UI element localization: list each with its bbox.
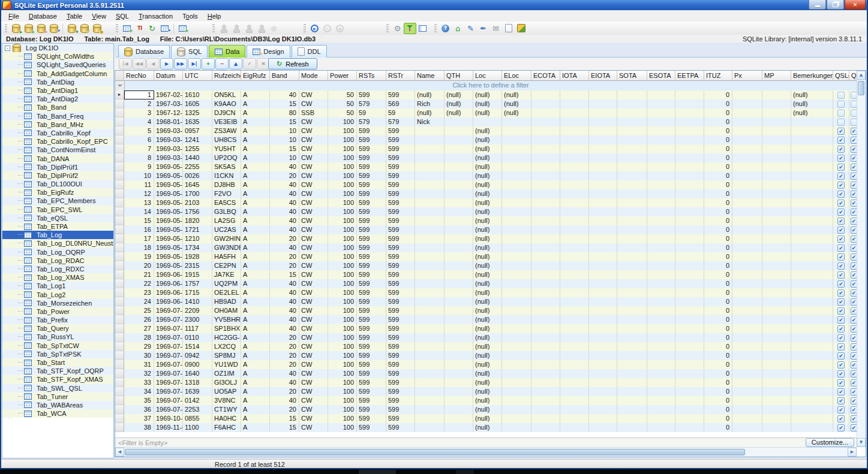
- email-button[interactable]: ✉: [489, 23, 502, 34]
- cell-eiota[interactable]: [589, 252, 617, 261]
- cell-px[interactable]: [732, 306, 762, 315]
- cell-eloc[interactable]: (null): [502, 99, 531, 108]
- cell-utc[interactable]: 1915: [183, 270, 212, 279]
- stop-execution-button[interactable]: ◼: [334, 23, 346, 34]
- cell-sota[interactable]: [617, 423, 647, 432]
- cell-rufzeichen[interactable]: EA5CS: [212, 198, 241, 207]
- cell-utc[interactable]: 1756: [183, 207, 212, 216]
- cell-datum[interactable]: 1969-10-26: [154, 414, 183, 423]
- cell-esota[interactable]: [647, 315, 675, 324]
- cell-ituz[interactable]: 0: [704, 234, 732, 243]
- cell-band[interactable]: 40: [270, 198, 299, 207]
- cell-rufzeichen[interactable]: UC2AS: [212, 225, 241, 234]
- cell-name[interactable]: [415, 180, 444, 189]
- checked-checkbox[interactable]: [837, 227, 845, 234]
- cell-ituz[interactable]: 0: [704, 162, 732, 171]
- cell-eetpa[interactable]: [675, 387, 704, 396]
- sidebar-item-tab_cabrillo_kopf[interactable]: Tab_Cabrillo_Kopf: [2, 129, 113, 137]
- cell-bemerkungen[interactable]: [791, 198, 833, 207]
- cell-iota[interactable]: [560, 162, 589, 171]
- cell-recno[interactable]: 10: [124, 171, 154, 180]
- cell-qth[interactable]: [444, 279, 473, 288]
- column-header-name[interactable]: Name: [415, 71, 444, 81]
- checked-checkbox[interactable]: [851, 307, 857, 315]
- cell-esota[interactable]: [647, 135, 675, 144]
- cell-qth[interactable]: [444, 333, 473, 342]
- checked-checkbox[interactable]: [837, 271, 845, 279]
- cell-rsts[interactable]: 579: [357, 117, 386, 126]
- cell-power[interactable]: 100: [328, 405, 357, 414]
- cell-qsls[interactable]: [849, 270, 857, 279]
- cell-rufzeichen[interactable]: GI3OLJ: [212, 378, 241, 387]
- cell-rstr[interactable]: 599: [386, 171, 415, 180]
- cell-qth[interactable]: [444, 162, 473, 171]
- cell-esota[interactable]: [647, 252, 675, 261]
- cell-power[interactable]: 100: [328, 378, 357, 387]
- checked-checkbox[interactable]: [837, 397, 845, 404]
- nav-prior-page-button[interactable]: ◀◀: [133, 58, 146, 70]
- cell-name[interactable]: [415, 396, 444, 405]
- cell-iota[interactable]: [560, 153, 589, 162]
- cell-eetpa[interactable]: [675, 99, 704, 108]
- backup-database-button[interactable]: [65, 23, 78, 34]
- cell-bemerkungen[interactable]: [791, 234, 833, 243]
- cell-rufzeichen[interactable]: OZ1IM: [212, 369, 241, 378]
- cell-datum[interactable]: 1968-01-29: [154, 117, 183, 126]
- cell-esota[interactable]: [647, 180, 675, 189]
- cell-ituz[interactable]: 0: [704, 369, 732, 378]
- cell-loc[interactable]: (null): [473, 171, 502, 180]
- cell-sota[interactable]: [617, 162, 647, 171]
- cell-esota[interactable]: [647, 144, 675, 153]
- cell-qsls[interactable]: [849, 261, 857, 270]
- sidebar-item-tab_diplprüf1[interactable]: Tab_DiplPrüf1: [2, 163, 113, 171]
- cell-eigrufz[interactable]: A: [241, 108, 270, 117]
- cell-loc[interactable]: (null): [473, 234, 502, 243]
- checked-checkbox[interactable]: [851, 200, 857, 207]
- nav-insert-button[interactable]: +: [202, 58, 215, 70]
- cell-recno[interactable]: 33: [124, 378, 154, 387]
- cell-qsls[interactable]: [849, 333, 857, 342]
- cell-eiota[interactable]: [589, 243, 617, 252]
- cell-mp[interactable]: [762, 297, 791, 306]
- cell-mode[interactable]: SSB: [299, 108, 328, 117]
- cell-loc[interactable]: (null): [473, 324, 502, 333]
- cell-mode[interactable]: CW: [299, 306, 328, 315]
- cell-mp[interactable]: [762, 252, 791, 261]
- cell-bemerkungen[interactable]: [791, 270, 833, 279]
- cell-recno[interactable]: 37: [124, 414, 154, 423]
- checked-checkbox[interactable]: [837, 316, 845, 324]
- cell-mode[interactable]: CW: [299, 90, 328, 99]
- cell-eiota[interactable]: [589, 180, 617, 189]
- cell-ecota[interactable]: [531, 180, 560, 189]
- cell-mp[interactable]: [762, 171, 791, 180]
- cell-eigrufz[interactable]: A: [241, 99, 270, 108]
- checked-checkbox[interactable]: [851, 379, 857, 387]
- cell-esota[interactable]: [647, 414, 675, 423]
- cell-power[interactable]: 100: [328, 153, 357, 162]
- cell-ituz[interactable]: 0: [704, 306, 732, 315]
- cell-band[interactable]: 40: [270, 369, 299, 378]
- cell-eiota[interactable]: [589, 378, 617, 387]
- cell-qth[interactable]: [444, 378, 473, 387]
- cell-mp[interactable]: [762, 396, 791, 405]
- cell-ecota[interactable]: [531, 90, 560, 99]
- cell-loc[interactable]: (null): [473, 297, 502, 306]
- cell-bemerkungen[interactable]: [791, 171, 833, 180]
- cell-px[interactable]: [732, 297, 762, 306]
- tree-root[interactable]: -Log DK1IO: [2, 44, 113, 52]
- cell-name[interactable]: [415, 261, 444, 270]
- checked-checkbox[interactable]: [851, 343, 857, 351]
- cell-ituz[interactable]: 0: [704, 342, 732, 351]
- cell-mp[interactable]: [762, 324, 791, 333]
- cell-rstr[interactable]: 599: [386, 126, 415, 135]
- record-post-button[interactable]: [255, 23, 268, 34]
- cell-power[interactable]: 100: [328, 297, 357, 306]
- cell-qsle[interactable]: [833, 99, 849, 108]
- cell-utc[interactable]: 1635: [183, 117, 212, 126]
- cell-qsls[interactable]: [849, 306, 857, 315]
- cell-mode[interactable]: CW: [299, 288, 328, 297]
- cell-qth[interactable]: [444, 369, 473, 378]
- cell-eetpa[interactable]: [675, 423, 704, 432]
- cell-name[interactable]: [415, 162, 444, 171]
- cell-eloc[interactable]: [502, 162, 531, 171]
